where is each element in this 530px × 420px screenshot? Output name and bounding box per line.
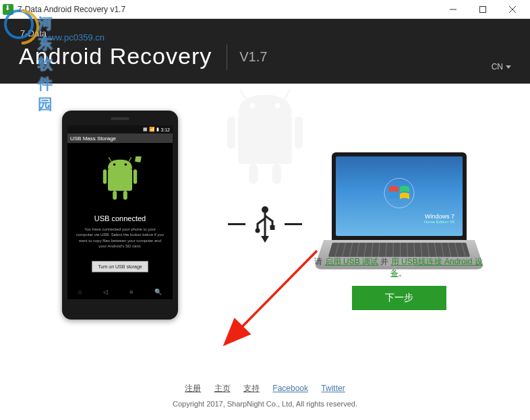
android-watermark-icon (218, 88, 312, 196)
svg-rect-12 (272, 164, 281, 183)
brand-small: 7-Data (20, 28, 47, 38)
svg-point-25 (256, 229, 260, 233)
svg-line-30 (228, 251, 317, 341)
titlebar: 7-Data Android Recovery v1.7 (0, 0, 530, 19)
svg-marker-27 (261, 236, 269, 243)
footer: 注册 主页 支持 Facebook Twitter Copyright 2017… (0, 373, 530, 420)
footer-links: 注册 主页 支持 Facebook Twitter (0, 383, 530, 394)
phone-usb-desc: You have connected your phone to your co… (73, 227, 167, 249)
svg-rect-22 (135, 156, 142, 162)
svg-point-14 (113, 163, 116, 166)
svg-rect-1 (480, 6, 486, 12)
svg-line-8 (285, 90, 290, 98)
phone-illustration: ▦📶▮ 3:12 USB Mass Storage (62, 111, 178, 320)
windows-logo-icon (384, 177, 415, 208)
minimize-button[interactable] (438, 0, 468, 19)
chevron-down-icon (506, 65, 511, 69)
svg-line-16 (109, 157, 111, 161)
phone-statusbar: ▦📶▮ 3:12 (67, 125, 173, 133)
svg-rect-21 (123, 191, 127, 200)
twitter-link[interactable]: Twitter (321, 384, 345, 393)
svg-rect-19 (134, 169, 137, 184)
phone-navbar: ⌂◁≡🔍 (67, 289, 173, 295)
phone-usb-button: Turn on USB storage (92, 261, 148, 272)
svg-rect-18 (103, 169, 107, 184)
maximize-button[interactable] (468, 0, 498, 19)
phone-time: 3:12 (160, 127, 170, 132)
svg-point-5 (249, 103, 255, 109)
main-content: ▦📶▮ 3:12 USB Mass Storage (0, 84, 530, 380)
header: 7-Data Android Recovery V1.7 CN (0, 19, 530, 84)
window-title: 7-Data Android Recovery v1.7 (18, 5, 438, 14)
svg-point-15 (125, 163, 127, 166)
close-button[interactable] (498, 0, 527, 19)
support-link[interactable]: 支持 (243, 384, 260, 393)
language-label: CN (492, 62, 503, 71)
svg-point-28 (384, 178, 414, 208)
register-link[interactable]: 注册 (185, 384, 201, 393)
phone-usb-title: USB connected (73, 214, 167, 222)
svg-rect-26 (270, 225, 275, 230)
language-selector[interactable]: CN (492, 62, 511, 71)
svg-rect-9 (227, 117, 235, 149)
phone-topbar: USB Mass Storage (67, 133, 173, 143)
android-icon (98, 156, 142, 205)
svg-rect-20 (113, 191, 117, 200)
header-divider (227, 44, 227, 70)
svg-line-7 (240, 90, 245, 98)
window-controls (438, 0, 527, 19)
svg-rect-4 (238, 115, 292, 164)
laptop-os-label: Windows 7 Home Edition V6 (424, 213, 454, 224)
brand-large: Android Recovery (19, 43, 212, 69)
svg-point-6 (275, 103, 281, 109)
svg-rect-10 (295, 117, 303, 149)
svg-rect-13 (108, 169, 132, 191)
enable-usb-debug-link[interactable]: 启用 USB 调试 (325, 257, 378, 266)
version-label: V1.7 (239, 49, 267, 65)
facebook-link[interactable]: Facebook (272, 384, 308, 393)
svg-rect-11 (249, 164, 258, 183)
svg-line-17 (129, 157, 131, 161)
usb-connection-icon (228, 205, 302, 243)
copyright-text: Copyright 2017, SharpNight Co., Ltd, All… (0, 400, 530, 408)
instruction-text: 请 启用 USB 调试 并 用 USB线连接 Android 设备。 (307, 256, 490, 279)
app-icon (3, 4, 13, 15)
home-link[interactable]: 主页 (214, 384, 231, 393)
next-button[interactable]: 下一步 (352, 286, 446, 310)
